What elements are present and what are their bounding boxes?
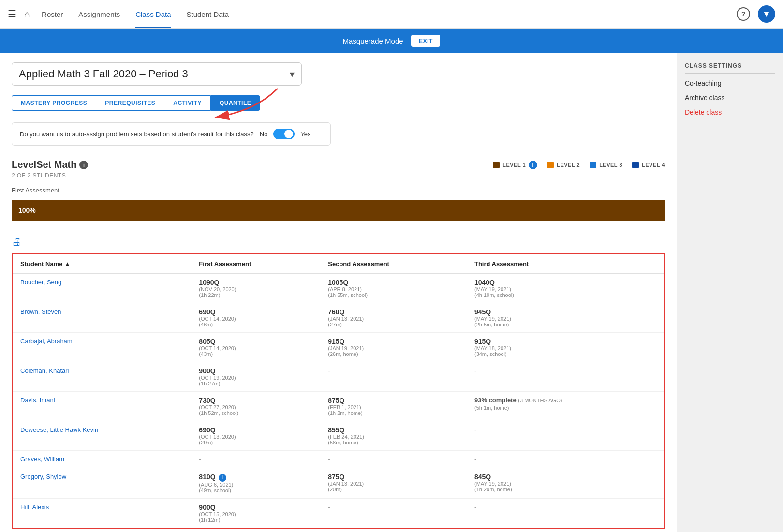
assessment-value: 1005Q	[328, 279, 348, 286]
assessment-value: 855Q	[328, 427, 344, 434]
student-name[interactable]: Deweese, Little Hawk Kevin	[20, 426, 98, 433]
nav-roster[interactable]: Roster	[42, 0, 63, 28]
assessment-info-icon[interactable]: i	[219, 474, 226, 482]
student-name[interactable]: Boucher, Seng	[20, 279, 61, 286]
levelset-header: LevelSet Math i LEVEL 1 i LEVEL 2 LEVEL …	[12, 159, 665, 170]
tab-prerequisites[interactable]: PREREQUISITES	[96, 95, 164, 111]
print-icon[interactable]: 🖨	[12, 236, 665, 248]
second-assessment-cell: 875Q(FEB 1, 2021)(1h 2m, home)	[320, 392, 467, 421]
first-assessment-cell: 1090Q(NOV 20, 2020)(1h 22m)	[191, 274, 320, 303]
legend: LEVEL 1 i LEVEL 2 LEVEL 3 LEVEL 4	[493, 161, 665, 169]
class-selector[interactable]: Applied Math 3 Fall 2020 – Period 3 ▾	[12, 62, 302, 86]
dash-value: -	[328, 503, 330, 511]
first-assessment-cell: -	[191, 451, 320, 468]
second-assessment-cell: -	[320, 498, 467, 528]
assessment-meta: (MAY 19, 2021)	[474, 286, 656, 292]
assessment-value: 845Q	[474, 473, 491, 481]
assessment-meta: (FEB 1, 2021)	[328, 404, 459, 410]
nav-assignments[interactable]: Assignments	[78, 0, 120, 28]
nav-links: Roster Assignments Class Data Student Da…	[42, 0, 229, 28]
sidebar-link-archive-class[interactable]: Archive class	[685, 94, 775, 102]
hamburger-icon[interactable]: ☰	[8, 8, 16, 20]
assessment-meta: (JAN 19, 2021)	[328, 345, 459, 351]
student-name[interactable]: Hill, Alexis	[20, 503, 49, 511]
assessment-meta2: (58m, home)	[328, 440, 459, 445]
student-name[interactable]: Carbajal, Abraham	[20, 338, 73, 345]
chevron-down-icon: ▾	[290, 68, 295, 80]
legend-info-icon[interactable]: i	[529, 161, 537, 169]
first-assessment-cell: 900Q(OCT 15, 2020)(1h 12m)	[191, 498, 320, 528]
third-assessment-cell: 915Q(MAY 18, 2021)(34m, school)	[467, 333, 665, 362]
assessment-meta2: (1h 12m)	[199, 517, 312, 523]
tab-quantile[interactable]: QUANTILE	[210, 95, 260, 111]
second-assessment-cell: 875Q(JAN 13, 2021)(20m)	[320, 468, 467, 499]
third-assessment-cell: -	[467, 362, 665, 392]
table-row: Gregory, Shylow810Qi(AUG 6, 2021)(49m, s…	[12, 468, 665, 499]
student-name[interactable]: Gregory, Shylow	[20, 473, 66, 480]
sub-tabs: MASTERY PROGRESS PREREQUISITES ACTIVITY …	[12, 95, 665, 111]
assessment-meta2: (4h 19m, school)	[474, 292, 656, 298]
assessment-value: 900Q	[199, 504, 215, 511]
first-assessment-cell: 690Q(OCT 14, 2020)(46m)	[191, 303, 320, 333]
exit-button[interactable]: EXIT	[411, 35, 441, 47]
assessment-meta2: (1h 52m, school)	[199, 410, 312, 416]
col-header-third[interactable]: Third Assessment	[467, 254, 665, 274]
assessment-meta: (OCT 13, 2020)	[199, 434, 312, 440]
col-header-second[interactable]: Second Assessment	[320, 254, 467, 274]
assessment-value: 690Q	[199, 309, 215, 316]
student-name[interactable]: Davis, Imani	[20, 397, 55, 404]
assessment-value: 810Qi	[199, 473, 226, 481]
sidebar-section-title: CLASS SETTINGS	[685, 62, 775, 74]
levelset-info-icon[interactable]: i	[79, 161, 88, 169]
first-assessment-cell: 730Q(OCT 27, 2020)(1h 52m, school)	[191, 392, 320, 421]
table-row: Coleman, Khatari900Q(OCT 19, 2020)(1h 27…	[12, 362, 665, 392]
tab-activity[interactable]: ACTIVITY	[164, 95, 210, 111]
student-name[interactable]: Brown, Steven	[20, 308, 61, 315]
progress-label: First Assessment	[12, 187, 59, 194]
home-icon[interactable]: ⌂	[24, 9, 30, 20]
data-table: Student Name ▲ First Assessment Second A…	[12, 253, 665, 529]
assessment-meta2: (20m)	[328, 487, 459, 492]
first-assessment-cell: 690Q(OCT 13, 2020)(29m)	[191, 421, 320, 451]
help-icon[interactable]: ?	[737, 7, 750, 21]
nav-right: ? ▼	[737, 5, 775, 23]
main-content: Applied Math 3 Fall 2020 – Period 3 ▾ MA…	[0, 53, 783, 532]
assessment-meta2: (29m)	[199, 440, 312, 445]
auto-assign-toggle[interactable]	[273, 129, 295, 139]
third-assessment-cell: -	[467, 421, 665, 451]
assessment-value: 875Q	[328, 473, 344, 481]
third-assessment-cell: 93% complete (3 MONTHS AGO)(5h 1m, home)	[467, 392, 665, 421]
toggle-no-label: No	[260, 131, 268, 138]
assessment-meta2: (2h 5m, home)	[474, 322, 656, 327]
nav-class-data[interactable]: Class Data	[135, 0, 171, 28]
second-assessment-cell: 915Q(JAN 19, 2021)(26m, home)	[320, 333, 467, 362]
assessment-value: 900Q	[199, 368, 215, 375]
assessment-meta: (MAY 19, 2021)	[474, 481, 656, 487]
first-assessment-cell: 810Qi(AUG 6, 2021)(49m, school)	[191, 468, 320, 499]
student-name[interactable]: Graves, William	[20, 456, 64, 463]
third-assessment-cell: 1040Q(MAY 19, 2021)(4h 19m, school)	[467, 274, 665, 303]
assessment-value: 1090Q	[199, 279, 219, 286]
col-header-first[interactable]: First Assessment	[191, 254, 320, 274]
sidebar-link-co-teaching[interactable]: Co-teaching	[685, 79, 775, 87]
col-header-name[interactable]: Student Name ▲	[12, 254, 191, 274]
dash-value: -	[328, 367, 330, 374]
legend-level2: LEVEL 2	[547, 162, 580, 168]
assessment-meta: (OCT 27, 2020)	[199, 404, 312, 410]
second-assessment-cell: 760Q(JAN 13, 2021)(27m)	[320, 303, 467, 333]
student-name[interactable]: Coleman, Khatari	[20, 367, 69, 374]
progress-bar-container: 100%	[12, 200, 665, 221]
user-avatar[interactable]: ▼	[758, 5, 775, 23]
sidebar-link-delete-class[interactable]: Delete class	[685, 108, 775, 116]
dash-value: -	[328, 456, 330, 463]
nav-student-data[interactable]: Student Data	[187, 0, 229, 28]
assessment-meta: (OCT 15, 2020)	[199, 511, 312, 517]
tab-mastery-progress[interactable]: MASTERY PROGRESS	[12, 95, 96, 111]
assessment-meta: (JAN 13, 2021)	[328, 316, 459, 322]
assessment-meta2: (1h 2m, home)	[328, 410, 459, 416]
progress-section: First Assessment 100%	[12, 187, 665, 221]
assessment-value: 690Q	[199, 427, 215, 434]
legend-level1: LEVEL 1 i	[493, 161, 537, 169]
assessment-meta: (JAN 13, 2021)	[328, 481, 459, 487]
progress-bar-fill: 100%	[12, 200, 665, 221]
